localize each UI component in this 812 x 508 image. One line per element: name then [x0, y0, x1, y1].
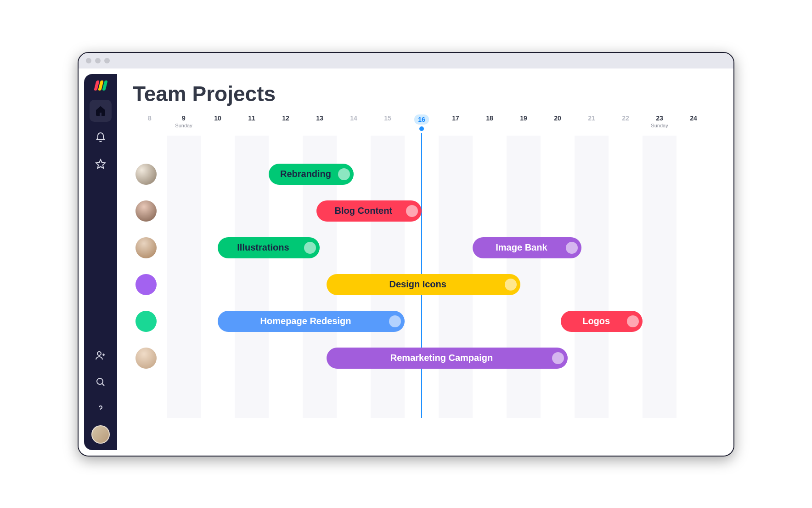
assignee-avatar[interactable]: [135, 348, 157, 369]
traffic-light-close[interactable]: [86, 58, 91, 63]
day-column: 11: [235, 114, 269, 137]
task-label: Logos: [572, 316, 627, 326]
nav-search[interactable]: [90, 371, 112, 393]
app-window: Team Projects 89Sunday101112131415161718…: [78, 52, 734, 457]
nav-favorites[interactable]: [90, 153, 112, 175]
task-handle-icon[interactable]: [304, 242, 316, 254]
day-column: 18: [473, 114, 507, 137]
timeline-row: Rebranding: [133, 156, 733, 193]
assignee-avatar[interactable]: [135, 311, 157, 332]
day-column: 14: [337, 114, 371, 137]
sidebar: [84, 74, 117, 450]
task-label: Rebranding: [280, 169, 338, 179]
window-titlebar: [79, 53, 733, 68]
task-handle-icon[interactable]: [566, 242, 578, 254]
task-label: Design Icons: [338, 279, 505, 290]
traffic-light-zoom[interactable]: [104, 58, 110, 63]
task-label: Remarketing Campaign: [338, 353, 552, 363]
day-column: 24: [677, 114, 710, 137]
day-number: 13: [303, 114, 337, 122]
task-label: Blog Content: [327, 205, 406, 216]
day-sublabel: Sunday: [643, 123, 677, 128]
day-column: 9Sunday: [167, 114, 201, 137]
day-column: 12: [269, 114, 303, 137]
day-number: 18: [473, 114, 507, 122]
task-handle-icon[interactable]: [552, 352, 564, 364]
timeline-row: Design Icons: [133, 266, 733, 303]
home-icon: [95, 105, 106, 116]
timeline-row: Remarketing Campaign: [133, 340, 733, 377]
task-label: Illustrations: [229, 242, 304, 253]
nav-invite[interactable]: [90, 344, 112, 366]
task-label: Homepage Redesign: [229, 316, 389, 326]
day-column: 20: [541, 114, 575, 137]
assignee-avatar[interactable]: [135, 164, 157, 185]
timeline-row: IllustrationsImage Bank: [133, 229, 733, 266]
day-number: 8: [133, 114, 167, 122]
day-sublabel: Sunday: [167, 123, 201, 128]
task-bar[interactable]: Blog Content: [316, 200, 422, 222]
timeline-row: Homepage RedesignLogos: [133, 303, 733, 340]
day-column: 21: [575, 114, 609, 137]
timeline: 89Sunday1011121314151617181920212223Sund…: [133, 114, 733, 418]
task-label: Image Bank: [484, 242, 566, 253]
app-body: Team Projects 89Sunday101112131415161718…: [79, 68, 733, 456]
assignee-avatar[interactable]: [135, 200, 157, 222]
day-number: 15: [371, 114, 405, 122]
day-number: 21: [575, 114, 609, 122]
star-icon: [95, 159, 106, 170]
traffic-light-minimize[interactable]: [95, 58, 101, 63]
task-bar[interactable]: Image Bank: [473, 237, 581, 258]
assignee-avatar[interactable]: [135, 274, 157, 295]
task-bar[interactable]: Illustrations: [218, 237, 320, 258]
day-number: 19: [507, 114, 541, 122]
timeline-days-header: 89Sunday1011121314151617181920212223Sund…: [133, 114, 733, 137]
bell-icon: [95, 132, 106, 143]
main-content: Team Projects 89Sunday101112131415161718…: [117, 68, 733, 456]
day-number: 24: [677, 114, 710, 122]
day-column: 13: [303, 114, 337, 137]
assignee-avatar[interactable]: [135, 237, 157, 258]
timeline-row: Blog Content: [133, 193, 733, 229]
svg-point-0: [97, 352, 101, 355]
day-column: 15: [371, 114, 405, 137]
task-bar[interactable]: Remarketing Campaign: [327, 348, 568, 369]
search-icon: [95, 377, 106, 388]
task-bar[interactable]: Design Icons: [327, 274, 520, 295]
day-number: 12: [269, 114, 303, 122]
day-number: 23: [643, 114, 677, 122]
current-user-avatar[interactable]: [91, 425, 110, 444]
day-column: 22: [609, 114, 643, 137]
task-handle-icon[interactable]: [406, 205, 418, 217]
nav-notifications[interactable]: [90, 126, 112, 148]
day-column: 23Sunday: [643, 114, 677, 137]
day-column: 10: [201, 114, 235, 137]
user-plus-icon: [95, 350, 106, 361]
day-column: 17: [439, 114, 473, 137]
task-bar[interactable]: Homepage Redesign: [218, 311, 405, 332]
svg-point-1: [97, 378, 103, 384]
today-indicator: 16: [414, 114, 429, 125]
task-handle-icon[interactable]: [505, 279, 517, 291]
nav-home[interactable]: [90, 100, 112, 122]
task-bar[interactable]: Logos: [561, 311, 643, 332]
task-handle-icon[interactable]: [338, 168, 350, 180]
task-handle-icon[interactable]: [389, 315, 401, 327]
day-number: 20: [541, 114, 575, 122]
day-column: 19: [507, 114, 541, 137]
nav-help[interactable]: [90, 398, 112, 420]
day-number: 22: [609, 114, 643, 122]
task-bar[interactable]: Rebranding: [269, 164, 354, 185]
day-number: 14: [337, 114, 371, 122]
day-number: 17: [439, 114, 473, 122]
help-icon: [95, 403, 106, 414]
day-number: 10: [201, 114, 235, 122]
timeline-chart: RebrandingBlog ContentIllustrationsImage…: [133, 137, 733, 418]
task-handle-icon[interactable]: [627, 315, 639, 327]
day-number: 11: [235, 114, 269, 122]
app-logo-icon[interactable]: [95, 80, 107, 91]
page-title: Team Projects: [133, 81, 733, 106]
day-column: 8: [133, 114, 167, 137]
day-number: 9: [167, 114, 201, 122]
